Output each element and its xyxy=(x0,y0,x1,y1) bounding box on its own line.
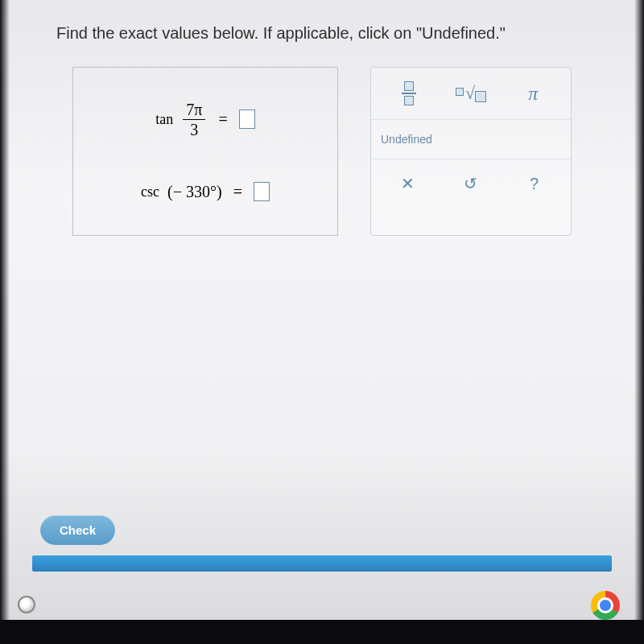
fraction-denominator-icon xyxy=(404,96,414,105)
sqrt-icon: √ xyxy=(465,85,475,102)
reset-button[interactable]: ↺ xyxy=(447,174,495,193)
sqrt-button[interactable]: √ xyxy=(448,85,493,102)
angle-neg330: (− 330°) xyxy=(167,183,222,201)
answer-input-2[interactable] xyxy=(254,182,270,201)
check-button[interactable]: Check xyxy=(40,515,115,545)
sqrt-coeff-icon xyxy=(456,88,464,96)
fraction-numerator-icon xyxy=(404,81,414,91)
undefined-button[interactable]: Undefined xyxy=(371,119,571,159)
instruction-text: Find the exact values below. If applicab… xyxy=(56,24,588,43)
equation-csc: csc (− 330°) = xyxy=(141,182,270,201)
fn-tan: tan xyxy=(155,111,173,128)
angle-fraction: 7π 3 xyxy=(183,101,205,138)
fraction-button[interactable] xyxy=(386,81,431,105)
problem-box: tan 7π 3 = csc (− 330°) = xyxy=(72,67,338,236)
sqrt-radicand-icon xyxy=(475,91,486,102)
pi-button[interactable]: π xyxy=(510,83,555,105)
fn-csc: csc xyxy=(141,184,159,200)
clear-button[interactable]: ✕ xyxy=(383,174,431,193)
chrome-icon[interactable] xyxy=(591,591,620,620)
answer-input-1[interactable] xyxy=(239,109,255,129)
equation-tan: tan 7π 3 = xyxy=(155,101,254,138)
pi-icon: π xyxy=(528,83,538,105)
tool-panel: √ π Undefined ✕ ↺ ? xyxy=(370,67,572,236)
webcam-icon xyxy=(18,596,35,613)
help-button[interactable]: ? xyxy=(510,175,559,193)
progress-bar xyxy=(32,555,612,572)
